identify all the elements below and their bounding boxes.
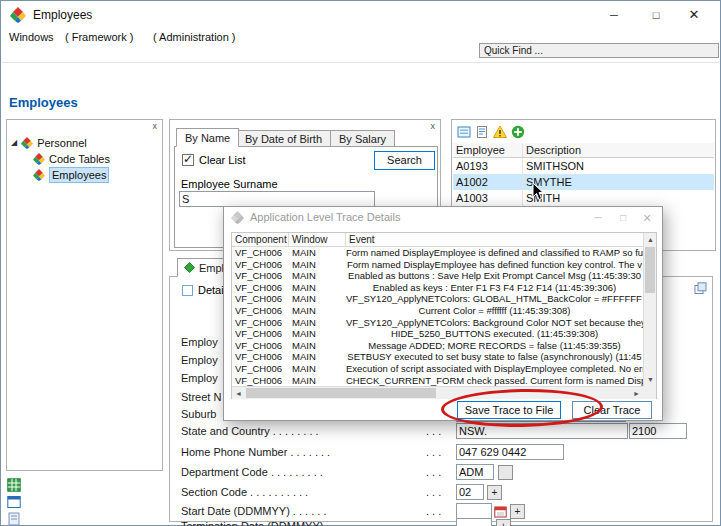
close-button[interactable]: ✕ (674, 1, 714, 29)
trace-dialog-titlebar[interactable]: Application Level Trace Details ─ □ ✕ (224, 207, 662, 229)
trace-row[interactable]: VF_CH006MAINEnabled as keys : Enter F1 F… (232, 282, 643, 294)
postcode-input[interactable] (629, 423, 687, 439)
trace-window: MAIN (289, 317, 346, 329)
tree-node-code-tables[interactable]: Code Tables (33, 151, 110, 166)
cell-description: SMITH (523, 190, 714, 206)
dialog-maximize-button[interactable]: □ (611, 207, 635, 229)
close-panel-icon[interactable]: x (431, 121, 436, 131)
menu-windows[interactable]: Windows (9, 31, 54, 43)
scrollbar-thumb[interactable] (645, 247, 655, 293)
table-row[interactable]: A1003 SMITH (453, 190, 714, 206)
search-button[interactable]: Search (374, 151, 435, 170)
document-icon[interactable] (475, 125, 489, 139)
tab-by-salary[interactable]: By Salary (330, 130, 395, 147)
trace-rows: VF_CH006MAINForm named DisplayEmployee i… (232, 247, 643, 386)
trace-window: MAIN (289, 351, 346, 363)
column-description[interactable]: Description (523, 143, 714, 157)
grid-icon[interactable] (7, 478, 21, 492)
plus-button[interactable]: + (510, 504, 525, 519)
table-row-selected[interactable]: A1002 SMYTHE (453, 174, 714, 190)
scroll-right-icon[interactable]: ► (630, 387, 643, 400)
trace-component: VF_CH006 (232, 375, 289, 386)
close-panel-icon[interactable]: x (153, 121, 158, 131)
maximize-button[interactable]: □ (636, 1, 676, 29)
menu-administration[interactable]: ( Administration ) (153, 31, 236, 43)
plus-button[interactable]: + (496, 519, 511, 526)
trace-event: Execution of script associated with Disp… (346, 363, 643, 375)
dialog-minimize-button[interactable]: ─ (586, 207, 610, 229)
list-header[interactable]: Employee Description (453, 143, 714, 158)
code-tables-icon (33, 153, 45, 165)
mouse-cursor (532, 182, 544, 201)
column-window[interactable]: Window (289, 233, 346, 246)
calendar-icon[interactable] (494, 505, 507, 518)
trace-row[interactable]: VF_CH006MAINVF_SY120_ApplyNETColors: GLO… (232, 293, 643, 305)
field-leader: . . . (426, 446, 441, 458)
details-checkbox[interactable] (182, 285, 193, 296)
field-label: Employ (181, 354, 218, 366)
trace-row[interactable]: VF_CH006MAINMessage ADDED; MORE RECORDS … (232, 340, 643, 352)
detach-panel-icon[interactable] (694, 282, 707, 295)
menu-framework[interactable]: ( Framework ) (65, 31, 133, 43)
column-employee[interactable]: Employee (453, 143, 523, 157)
tree-node-employees[interactable]: Employees (33, 167, 109, 182)
trace-row[interactable]: VF_CH006MAINExecution of script associat… (232, 363, 643, 375)
trace-row[interactable]: VF_CH006MAINEnabled as buttons : Save He… (232, 270, 643, 282)
window-title: Employees (33, 8, 92, 22)
table-row[interactable]: A0193 SMITHSON (453, 158, 714, 174)
cell-employee: A1002 (453, 174, 523, 190)
trace-row[interactable]: VF_CH006MAINCHECK_CURRENT_FORM check pas… (232, 375, 643, 386)
trace-dialog: Application Level Trace Details ─ □ ✕ Co… (223, 206, 663, 421)
termination-date-input[interactable] (456, 518, 492, 526)
column-event[interactable]: Event (346, 233, 643, 246)
quick-find-input[interactable]: Quick Find ... (479, 43, 719, 58)
window-icon[interactable] (7, 495, 21, 509)
trace-component: VF_CH006 (232, 305, 289, 317)
tab-by-name[interactable]: By Name (176, 128, 239, 147)
titlebar[interactable]: Employees ─ □ ✕ (1, 1, 720, 29)
trace-dialog-title: Application Level Trace Details (250, 211, 400, 223)
plus-button[interactable]: + (487, 485, 502, 500)
field-leader: . . . (426, 466, 441, 478)
select-columns-icon[interactable] (457, 125, 471, 139)
scroll-left-icon[interactable]: ◄ (232, 387, 245, 400)
minimize-button[interactable]: ─ (594, 1, 634, 29)
trace-row[interactable]: VF_CH006MAINVF_SY120_ApplyNETColors: Bac… (232, 317, 643, 329)
column-component[interactable]: Component (232, 233, 289, 246)
trace-component: VF_CH006 (232, 328, 289, 340)
trace-row[interactable]: VF_CH006MAINForm named DisplayEmployee h… (232, 259, 643, 271)
scroll-up-icon[interactable]: ▲ (644, 233, 657, 246)
start-date-input[interactable] (456, 503, 492, 519)
department-code-input[interactable] (456, 464, 494, 480)
trace-row[interactable]: VF_CH006MAINHIDE_5250_BUTTONS executed. … (232, 328, 643, 340)
clear-list-checkbox[interactable] (182, 154, 194, 166)
trace-event: VF_SY120_ApplyNETColors: Background Colo… (346, 317, 643, 329)
tree-expander-icon[interactable]: ◢ (11, 136, 17, 150)
prompt-button[interactable] (498, 465, 513, 480)
trace-list-header[interactable]: Component Window Event (232, 233, 643, 247)
employees-icon (33, 169, 45, 181)
home-phone-input[interactable] (456, 444, 564, 460)
tree-node-personnel[interactable]: ◢ Personnel (11, 135, 87, 150)
trace-row[interactable]: VF_CH006MAINCurrent Color = #ffffff (11:… (232, 305, 643, 317)
document-stack-icon[interactable] (7, 512, 21, 526)
field-row: Home Phone Number . . . . . . . . . . (181, 444, 711, 461)
surname-input[interactable] (179, 191, 375, 207)
app-window: Employees ─ □ ✕ Windows ( Framework ) ( … (0, 0, 721, 526)
warning-icon[interactable] (493, 125, 507, 139)
section-code-input[interactable] (456, 484, 484, 500)
vertical-scrollbar[interactable]: ▲ ▼ (643, 233, 656, 386)
trace-event: Form named DisplayEmployee has defined f… (346, 259, 643, 271)
field-label: Street N (181, 391, 221, 403)
scroll-down-icon[interactable]: ▼ (644, 373, 657, 386)
trace-component: VF_CH006 (232, 247, 289, 259)
field-label: Employ (181, 336, 218, 348)
dialog-close-button[interactable]: ✕ (635, 207, 659, 229)
trace-row[interactable]: VF_CH006MAINForm named DisplayEmployee i… (232, 247, 643, 259)
tab-by-date-of-birth[interactable]: By Date of Birth (236, 130, 331, 147)
scrollbar-thumb[interactable] (246, 388, 436, 398)
field-leader: . . . (426, 505, 441, 517)
add-icon[interactable] (511, 125, 525, 139)
navigation-panel: x ◢ Personnel Code Tables Employees (6, 119, 163, 471)
trace-row[interactable]: VF_CH006MAINSETBUSY executed to set busy… (232, 351, 643, 363)
